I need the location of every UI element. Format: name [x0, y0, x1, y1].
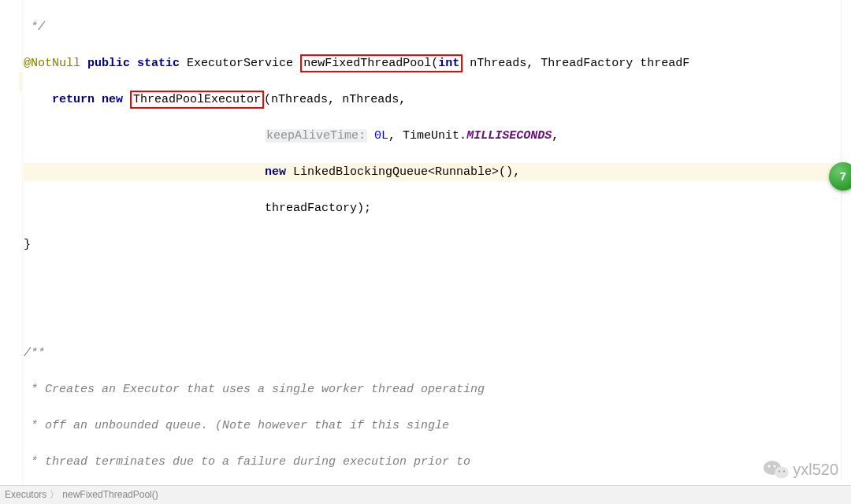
code-line: return new ThreadPoolExecutor(nThreads, …: [24, 91, 840, 109]
code-line: keepAliveTime: 0L, TimeUnit.MILLISECONDS…: [24, 127, 840, 145]
caret-line-marker: [19, 72, 22, 91]
watermark: yxl520: [763, 458, 838, 480]
code-editor[interactable]: */ @NotNull public static ExecutorServic…: [0, 0, 851, 504]
inlay-hint: keepAliveTime:: [265, 129, 367, 143]
wechat-icon: [763, 458, 790, 480]
watermark-text: yxl520: [793, 461, 838, 479]
inspection-badge[interactable]: 7: [829, 162, 851, 191]
code-line-highlighted: new LinkedBlockingQueue<Runnable>(),: [24, 163, 840, 181]
code-line: @NotNull public static ExecutorService n…: [24, 54, 840, 72]
svg-point-5: [783, 470, 785, 472]
code-line: /**: [24, 344, 840, 362]
svg-point-2: [768, 465, 771, 468]
code-area[interactable]: */ @NotNull public static ExecutorServic…: [24, 0, 840, 479]
code-line: * thread terminates due to a failure dur…: [24, 453, 840, 471]
breadcrumb-item[interactable]: newFixedThreadPool(): [62, 486, 158, 504]
code-line: * off an unbounded queue. (Note however …: [24, 417, 840, 435]
breadcrumb-separator: 〉: [50, 486, 59, 504]
breadcrumb[interactable]: Executors 〉 newFixedThreadPool(): [0, 485, 851, 504]
svg-point-3: [774, 465, 776, 468]
code-line: [24, 272, 840, 290]
code-line: [24, 308, 840, 326]
code-line: threadFactory);: [24, 199, 840, 217]
breadcrumb-item[interactable]: Executors: [5, 486, 46, 504]
svg-point-4: [779, 470, 780, 472]
highlight-newFixedThreadPool: newFixedThreadPool(int: [300, 54, 463, 72]
highlight-ThreadPoolExecutor: ThreadPoolExecutor: [130, 91, 264, 109]
code-line: */: [24, 18, 840, 36]
code-line: * Creates an Executor that uses a single…: [24, 380, 840, 398]
code-line: }: [24, 235, 840, 254]
svg-point-1: [775, 467, 789, 479]
vertical-scrollbar[interactable]: [841, 0, 851, 480]
